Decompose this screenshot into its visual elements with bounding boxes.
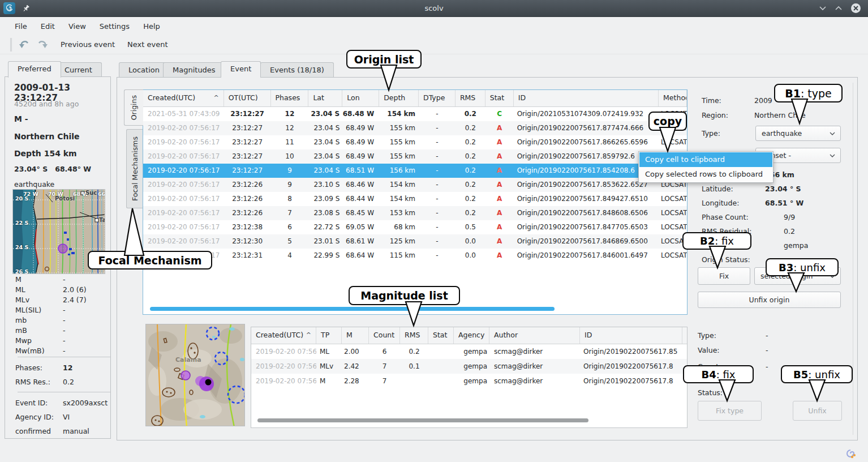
table-cell[interactable]: 0.2 — [456, 206, 485, 220]
event-type-combobox[interactable]: earthquake — [755, 126, 841, 141]
magnitude-row[interactable]: 2019-02-20 07:56:37MLv2.4270.1gempascmag… — [251, 359, 687, 374]
table-cell[interactable]: 23.08 S — [308, 206, 342, 220]
column-header-stat[interactable]: Stat — [428, 327, 454, 344]
tab-current[interactable]: Current — [55, 62, 102, 77]
table-cell[interactable]: 22.99 S — [308, 249, 342, 263]
table-cell[interactable]: 2019-02-20 07:56:17 — [143, 121, 224, 135]
table-cell[interactable]: 68.46 W — [342, 178, 379, 192]
table-cell[interactable]: 23:12:27 — [224, 121, 271, 135]
column-header-lat[interactable]: Lat — [308, 90, 342, 106]
table-cell[interactable]: 6 — [369, 344, 400, 359]
table-cell[interactable]: 4 — [271, 249, 309, 263]
origin-row[interactable]: 2019-02-20 07:56:1723:12:271023.04 S68.4… — [143, 149, 687, 164]
table-cell[interactable]: Origin/20190220075617.846869.6500 — [514, 234, 659, 249]
column-header-author[interactable]: Author — [489, 327, 580, 344]
side-tab-origins[interactable]: Origins — [124, 89, 143, 126]
table-cell[interactable]: - — [419, 206, 456, 220]
magnitude-table-hscrollbar[interactable] — [257, 418, 588, 422]
menu-edit[interactable]: Edit — [34, 20, 62, 33]
table-cell[interactable]: 23.04 S — [308, 121, 342, 135]
table-cell[interactable]: 23:12:30 — [224, 234, 271, 249]
table-cell[interactable]: 0.2 — [456, 192, 485, 206]
origin-row[interactable]: 2019-02-20 07:56:1723:12:26723.08 S68.45… — [143, 206, 687, 220]
column-header-method[interactable]: Method — [659, 90, 687, 106]
table-cell[interactable]: 0.2 — [456, 107, 485, 121]
table-cell[interactable]: ML — [316, 344, 342, 359]
table-cell[interactable]: 153 km — [379, 206, 419, 220]
table-cell[interactable]: 154 km — [379, 107, 419, 121]
table-cell[interactable]: 23:12:27 — [224, 135, 271, 149]
table-cell[interactable]: 23.04 S — [308, 164, 342, 178]
table-cell[interactable]: 23:12:31 — [224, 249, 271, 263]
table-cell[interactable]: 7 — [369, 359, 400, 374]
table-cell[interactable]: 154 km — [379, 178, 419, 192]
table-cell[interactable]: - — [419, 121, 456, 135]
table-cell[interactable]: MLv — [316, 359, 342, 374]
table-cell[interactable]: 0.2 — [456, 178, 485, 192]
table-cell[interactable]: 0.2 — [400, 344, 428, 359]
unfix-origin-button[interactable]: Unfix origin — [698, 292, 841, 308]
table-cell[interactable]: 155 km — [379, 135, 419, 149]
table-cell[interactable]: 68 km — [379, 220, 419, 234]
table-cell[interactable]: 0.1 — [400, 359, 428, 374]
magnitude-row[interactable]: 2019-02-20 07:56:37ML2.0060.2gempascmag@… — [251, 344, 687, 359]
table-cell[interactable]: Origin/20190220075617.859792.6 — [514, 149, 659, 164]
table-cell[interactable]: LOCSAT — [659, 220, 687, 234]
table-cell[interactable]: - — [419, 220, 456, 234]
menu-view[interactable]: View — [62, 20, 93, 33]
origin-row[interactable]: 2021-05-31 07:43:0923:12:271223.04 S68.4… — [143, 107, 687, 121]
tab-events[interactable]: Events (18/18) — [260, 62, 334, 77]
status-cell[interactable]: A — [485, 135, 514, 149]
table-cell[interactable]: 23.04 S — [308, 107, 342, 121]
table-cell[interactable]: - — [419, 149, 456, 164]
table-cell[interactable] — [428, 359, 454, 374]
context-menu-item-copy-rows[interactable]: Copy selected rows to clipboard — [639, 167, 772, 182]
redo-arrow-icon[interactable] — [36, 40, 48, 49]
column-header-dtype[interactable]: DType — [419, 90, 456, 106]
fix-type-button[interactable]: Fix type — [698, 401, 762, 421]
close-icon[interactable] — [850, 3, 861, 14]
table-cell[interactable]: 6 — [271, 220, 309, 234]
fix-button[interactable]: Fix — [698, 267, 750, 285]
table-cell[interactable]: 12 — [271, 121, 309, 135]
origin-row[interactable]: 2019-02-20 07:56:1723:12:26923.10 S68.46… — [143, 178, 687, 192]
table-cell[interactable]: 2019-02-20 07:56:17 — [143, 135, 224, 149]
origin-table-hscrollbar[interactable] — [150, 307, 555, 311]
table-cell[interactable]: Origin/20190220075617.854208.6 — [514, 164, 659, 178]
menu-help[interactable]: Help — [136, 20, 167, 33]
table-cell[interactable]: 23:12:27 — [224, 149, 271, 164]
column-header-count[interactable]: Count — [369, 327, 400, 344]
table-cell[interactable]: 11 — [271, 135, 309, 149]
table-cell[interactable]: 23:12:27 — [224, 107, 271, 121]
status-cell[interactable]: A — [485, 178, 514, 192]
previous-event-button[interactable]: Previous event — [61, 40, 115, 49]
context-menu-item-copy-cell[interactable]: Copy cell to clipboard — [639, 152, 772, 167]
table-cell[interactable]: Origin/20210531074309.072419.932 — [514, 107, 659, 121]
table-cell[interactable]: 23:12:27 — [224, 164, 271, 178]
column-header-createdutc[interactable]: Created(UTC)^ — [251, 327, 316, 344]
table-cell[interactable]: 2019-02-20 07:56:17 — [143, 149, 224, 164]
column-header-createdutc[interactable]: Created(UTC)^ — [143, 90, 224, 106]
table-cell[interactable]: - — [419, 178, 456, 192]
table-cell[interactable]: 2019-02-20 07:56:37 — [251, 374, 316, 388]
table-cell[interactable]: 23:12:26 — [224, 178, 271, 192]
origin-row[interactable]: 2019-02-20 07:56:1723:12:38622.72 S69.05… — [143, 220, 687, 234]
column-header-agency[interactable]: Agency — [454, 327, 489, 344]
table-cell[interactable]: LOCSAT — [659, 206, 687, 220]
tab-magnitudes[interactable]: Magnitudes — [163, 62, 225, 77]
table-cell[interactable]: 115 km — [379, 249, 419, 263]
status-cell[interactable]: C — [485, 107, 514, 121]
table-cell[interactable]: 23.09 S — [308, 192, 342, 206]
table-cell[interactable]: 68.48 W — [342, 107, 379, 121]
table-cell[interactable]: 68.61 W — [342, 234, 379, 249]
status-cell[interactable]: A — [485, 121, 514, 135]
table-cell[interactable]: Origin/20190220075617.853622.6527 — [514, 178, 659, 192]
table-cell[interactable]: 0.0 — [456, 249, 485, 263]
undo-arrow-icon[interactable] — [19, 40, 31, 49]
table-cell[interactable]: Origin/20190220075617.847705.6503 — [514, 220, 659, 234]
magnitude-row[interactable]: 2019-02-20 07:56:37M2.287gempascmag@dirk… — [251, 374, 687, 388]
origin-row[interactable]: 2019-02-20 07:56:1723:12:27923.04 S68.51… — [143, 164, 687, 178]
unfix-button[interactable]: Unfix — [793, 401, 842, 421]
table-cell[interactable]: 156 km — [379, 164, 419, 178]
origin-row[interactable]: 2019-02-20 07:56:1723:12:30523.01 S68.61… — [143, 234, 687, 249]
